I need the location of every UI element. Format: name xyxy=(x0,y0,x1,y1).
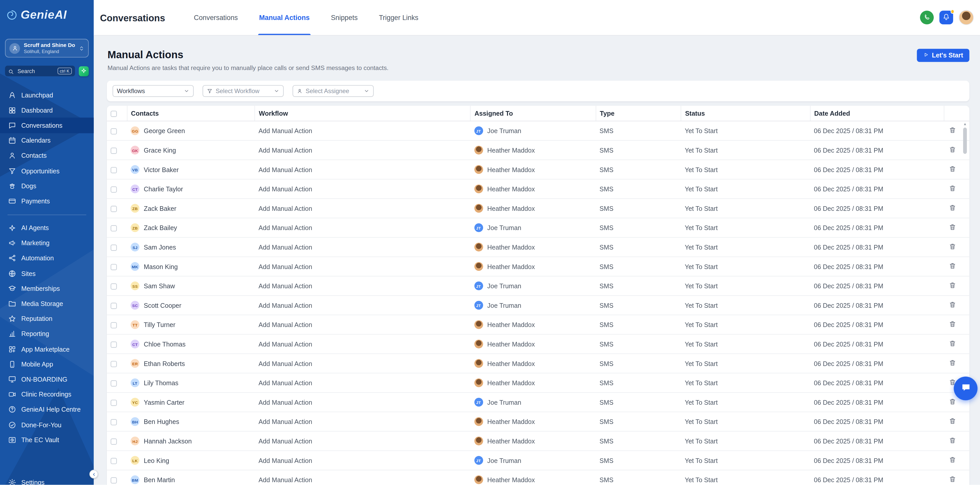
tab-snippets[interactable]: Snippets xyxy=(329,0,359,35)
delete-row-button[interactable] xyxy=(948,319,957,330)
notifications-button[interactable] xyxy=(939,11,953,24)
table-row[interactable]: SJSam JonesAdd Manual ActionHeather Madd… xyxy=(107,238,969,257)
delete-row-button[interactable] xyxy=(948,416,957,427)
delete-row-button[interactable] xyxy=(948,223,957,233)
table-row[interactable]: YCYasmin CarterAdd Manual ActionJTJoe Tr… xyxy=(107,392,969,412)
sidebar-item-conversations[interactable]: Conversations xyxy=(0,118,94,133)
delete-row-button[interactable] xyxy=(948,183,957,194)
phone-button[interactable] xyxy=(920,11,934,24)
row-checkbox[interactable] xyxy=(111,244,117,250)
contact-name[interactable]: Ben Hughes xyxy=(144,418,179,425)
chat-widget-button[interactable] xyxy=(954,377,978,400)
row-checkbox[interactable] xyxy=(111,128,117,134)
contact-name[interactable]: Sam Shaw xyxy=(144,282,175,290)
workflows-select[interactable]: Workflows xyxy=(113,85,194,97)
sidebar-item-calendars[interactable]: Calendars xyxy=(0,133,94,148)
lets-start-button[interactable]: Let's Start xyxy=(917,49,969,62)
sidebar-item-clinic-recordings[interactable]: Clinic Recordings xyxy=(0,387,94,402)
sidebar-item-ai-agents[interactable]: AI Agents xyxy=(0,220,94,236)
delete-row-button[interactable] xyxy=(948,474,957,485)
sidebar-collapse-button[interactable] xyxy=(89,470,98,479)
table-row[interactable]: SCScott CooperAdd Manual ActionJTJoe Tru… xyxy=(107,296,969,315)
contact-name[interactable]: Tilly Turner xyxy=(144,321,175,328)
row-checkbox[interactable] xyxy=(111,167,117,173)
delete-row-button[interactable] xyxy=(948,358,957,369)
tab-manual-actions[interactable]: Manual Actions xyxy=(258,0,311,35)
contact-name[interactable]: Leo King xyxy=(144,457,169,464)
table-row[interactable]: BMBen MartinAdd Manual ActionHeather Mad… xyxy=(107,470,969,485)
tab-trigger-links[interactable]: Trigger Links xyxy=(378,0,420,35)
delete-row-button[interactable] xyxy=(948,145,957,155)
contact-name[interactable]: Sam Jones xyxy=(144,244,176,251)
sidebar-item-settings[interactable]: Settings xyxy=(0,475,94,485)
row-checkbox[interactable] xyxy=(111,186,117,192)
select-workflow-dropdown[interactable]: Select Workflow xyxy=(202,85,284,97)
table-row[interactable]: ZBZack BakerAdd Manual ActionHeather Mad… xyxy=(107,199,969,218)
contact-name[interactable]: Charlie Taylor xyxy=(144,186,183,193)
row-checkbox[interactable] xyxy=(111,206,117,212)
contact-name[interactable]: Ben Martin xyxy=(144,477,175,483)
delete-row-button[interactable] xyxy=(948,455,957,466)
delete-row-button[interactable] xyxy=(948,164,957,175)
delete-row-button[interactable] xyxy=(948,262,957,272)
delete-row-button[interactable] xyxy=(948,397,957,408)
sidebar-item-dashboard[interactable]: Dashboard xyxy=(0,102,94,118)
row-checkbox[interactable] xyxy=(111,438,117,445)
row-checkbox[interactable] xyxy=(111,225,117,231)
sidebar-search[interactable]: ctrl K xyxy=(5,65,75,76)
sidebar-item-contacts[interactable]: Contacts xyxy=(0,148,94,163)
quick-action-button[interactable] xyxy=(79,66,89,76)
table-row[interactable]: EREthan RobertsAdd Manual ActionHeather … xyxy=(107,354,969,373)
contact-name[interactable]: Ethan Roberts xyxy=(144,360,185,367)
table-row[interactable]: SSSam ShawAdd Manual ActionJTJoe TrumanS… xyxy=(107,276,969,296)
contact-name[interactable]: Scott Cooper xyxy=(144,302,181,309)
delete-row-button[interactable] xyxy=(948,281,957,291)
contact-name[interactable]: Victor Baker xyxy=(144,166,179,173)
table-row[interactable]: GKGrace KingAdd Manual ActionHeather Mad… xyxy=(107,140,969,160)
delete-row-button[interactable] xyxy=(948,339,957,349)
sidebar-item-dogs[interactable]: Dogs xyxy=(0,178,94,193)
row-checkbox[interactable] xyxy=(111,400,117,406)
row-checkbox[interactable] xyxy=(111,419,117,425)
contact-name[interactable]: Chloe Thomas xyxy=(144,341,186,348)
contact-name[interactable]: Grace King xyxy=(144,147,176,154)
row-checkbox[interactable] xyxy=(111,303,117,309)
table-row[interactable]: ZBZack BaileyAdd Manual ActionJTJoe Trum… xyxy=(107,218,969,238)
table-row[interactable]: CTCharlie TaylorAdd Manual ActionHeather… xyxy=(107,179,969,199)
row-checkbox[interactable] xyxy=(111,322,117,328)
table-row[interactable]: BHBen HughesAdd Manual ActionHeather Mad… xyxy=(107,412,969,432)
table-row[interactable]: TTTilly TurnerAdd Manual ActionHeather M… xyxy=(107,315,969,335)
sidebar-item-done-for-you[interactable]: Done-For-You xyxy=(0,417,94,432)
scrollbar-thumb[interactable] xyxy=(963,128,967,154)
scroll-up-button[interactable]: ▲ xyxy=(963,121,967,126)
table-scrollbar[interactable]: ▲ ▼ xyxy=(962,121,968,485)
genieai-logo[interactable]: GenieAI xyxy=(6,8,88,22)
contact-name[interactable]: Hannah Jackson xyxy=(144,438,192,445)
sidebar-item-reporting[interactable]: Reporting xyxy=(0,327,94,341)
row-checkbox[interactable] xyxy=(111,264,117,270)
delete-row-button[interactable] xyxy=(948,126,957,136)
tab-conversations[interactable]: Conversations xyxy=(193,0,239,35)
contact-name[interactable]: Mason King xyxy=(144,263,178,270)
contact-name[interactable]: Zack Baker xyxy=(144,205,176,212)
table-row[interactable]: HJHannah JacksonAdd Manual ActionHeather… xyxy=(107,431,969,451)
table-row[interactable]: GGGeorge GreenAdd Manual ActionJTJoe Tru… xyxy=(107,121,969,141)
sidebar-item-the-ec-vault[interactable]: The EC Vault xyxy=(0,432,94,448)
sidebar-item-launchpad[interactable]: Launchpad xyxy=(0,88,94,102)
sidebar-item-automation[interactable]: Automation xyxy=(0,251,94,266)
sidebar-item-payments[interactable]: Payments xyxy=(0,193,94,209)
table-row[interactable]: MKMason KingAdd Manual ActionHeather Mad… xyxy=(107,257,969,276)
account-switcher[interactable]: Scruff and Shine Do... Solihull, England xyxy=(5,39,89,57)
row-checkbox[interactable] xyxy=(111,477,117,483)
delete-row-button[interactable] xyxy=(948,203,957,214)
sidebar-item-marketing[interactable]: Marketing xyxy=(0,236,94,251)
sidebar-item-sites[interactable]: Sites xyxy=(0,266,94,281)
sidebar-item-opportunities[interactable]: Opportunities xyxy=(0,163,94,178)
sidebar-item-reputation[interactable]: Reputation xyxy=(0,311,94,327)
delete-row-button[interactable] xyxy=(948,300,957,311)
contact-name[interactable]: Yasmin Carter xyxy=(144,399,185,406)
sidebar-item-genieai-help-centre[interactable]: GenieAI Help Centre xyxy=(0,402,94,417)
table-row[interactable]: VBVictor BakerAdd Manual ActionHeather M… xyxy=(107,160,969,180)
delete-row-button[interactable] xyxy=(948,436,957,446)
contact-name[interactable]: Lily Thomas xyxy=(144,380,178,386)
